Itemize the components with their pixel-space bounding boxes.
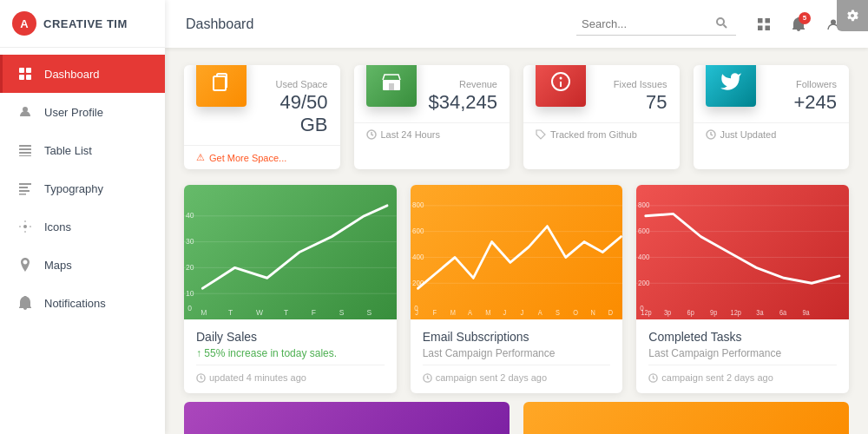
notifications-button[interactable]: 5	[785, 10, 812, 38]
svg-text:W: W	[256, 308, 263, 318]
svg-text:30: 30	[186, 237, 194, 247]
copy-icon	[209, 69, 233, 94]
sidebar-item-label: Notifications	[44, 297, 106, 310]
clock-icon-3	[196, 373, 206, 383]
info-icon	[549, 69, 573, 94]
svg-text:F: F	[312, 308, 317, 318]
bottom-card-orange	[523, 402, 849, 434]
svg-text:9a: 9a	[803, 309, 811, 317]
warn-icon: ⚠	[196, 152, 205, 163]
completed-tasks-meta: campaign sent 2 days ago	[648, 365, 837, 383]
page-title: Dashboard	[186, 16, 576, 32]
stat-card-followers: Followers +245 Just Updated	[694, 65, 850, 169]
sidebar-item-label: Icons	[44, 220, 71, 233]
bottom-cards	[184, 402, 849, 434]
svg-point-14	[717, 18, 724, 25]
used-space-info: Used Space 49/50 GB	[257, 79, 328, 136]
fixed-issues-value: 75	[596, 91, 667, 114]
sidebar-item-label: Table List	[44, 144, 92, 157]
svg-text:400: 400	[638, 252, 650, 261]
bottom-card-purple	[184, 402, 510, 434]
svg-text:12p: 12p	[641, 309, 653, 317]
twitter-icon	[720, 70, 742, 93]
sidebar-item-dashboard[interactable]: Dashboard	[0, 55, 165, 93]
email-subscriptions-chart: 800 600 400 200 0 J F M A M J J A S	[411, 185, 623, 319]
grid-button[interactable]	[750, 10, 778, 38]
completed-tasks-chart: 800 600 400 200 0 12p 3p 6p 9p 12p 3a 6a…	[636, 185, 849, 319]
followers-footer: Just Updated	[694, 122, 850, 146]
chart-card-completed-tasks: 800 600 400 200 0 12p 3p 6p 9p 12p 3a 6a…	[636, 185, 849, 393]
svg-text:M: M	[201, 308, 207, 318]
store-icon	[379, 69, 404, 94]
topbar: Dashboard 5	[165, 0, 868, 48]
sidebar-item-user-profile[interactable]: User Profile	[0, 93, 165, 131]
svg-rect-10	[19, 187, 28, 188]
sidebar-item-maps[interactable]: Maps	[0, 246, 165, 284]
svg-rect-19	[766, 25, 771, 30]
sidebar-item-typography[interactable]: Typography	[0, 169, 165, 207]
svg-text:J: J	[520, 309, 523, 317]
completed-tasks-title: Completed Tasks	[648, 330, 837, 344]
svg-rect-18	[758, 25, 763, 30]
clock-icon-5	[648, 373, 658, 383]
svg-rect-23	[389, 83, 394, 90]
svg-text:40: 40	[186, 211, 194, 220]
chart-card-email-subscriptions: 800 600 400 200 0 J F M A M J J A S	[411, 185, 623, 393]
daily-sales-info: Daily Sales ↑ 55% increase in today sale…	[184, 319, 397, 393]
topbar-icons: 5	[750, 10, 847, 38]
svg-text:600: 600	[412, 227, 424, 236]
svg-text:F: F	[432, 309, 437, 317]
svg-rect-16	[758, 18, 763, 23]
completed-tasks-subtitle: Last Campaign Performance	[648, 347, 837, 359]
sidebar: A CREATIVE TIM Dashboard User Profile Ta…	[0, 0, 165, 434]
sidebar-item-table-list[interactable]: Table List	[0, 131, 165, 169]
svg-text:S: S	[556, 309, 560, 317]
sidebar-item-icons[interactable]: Icons	[0, 207, 165, 246]
svg-text:6a: 6a	[779, 309, 787, 317]
daily-sales-subtitle-text: 55% increase in today sales.	[204, 347, 337, 359]
revenue-info: Revenue $34,245	[427, 79, 498, 114]
search-input[interactable]	[582, 17, 712, 30]
svg-text:A: A	[468, 309, 473, 317]
svg-rect-0	[19, 68, 24, 73]
clock-icon	[366, 129, 377, 140]
icons-icon	[16, 218, 34, 235]
clock-icon-4	[423, 373, 432, 383]
maps-icon	[16, 256, 34, 273]
svg-text:3a: 3a	[757, 309, 765, 317]
revenue-label: Revenue	[427, 79, 498, 89]
sidebar-item-label: Dashboard	[44, 68, 100, 81]
settings-overlay[interactable]	[837, 0, 868, 31]
daily-sales-meta: updated 4 minutes ago	[196, 365, 385, 383]
followers-value: +245	[766, 91, 838, 114]
fixed-issues-label: Fixed Issues	[596, 79, 667, 89]
search-wrapper	[576, 13, 736, 36]
revenue-icon-box	[366, 65, 417, 107]
used-space-footer: ⚠ Get More Space...	[184, 145, 340, 169]
svg-line-15	[724, 24, 727, 28]
svg-text:6p: 6p	[687, 309, 695, 317]
svg-text:10: 10	[186, 288, 194, 298]
svg-rect-6	[19, 148, 31, 150]
sidebar-item-notifications[interactable]: Notifications	[0, 284, 165, 322]
get-more-space-link[interactable]: Get More Space...	[209, 153, 286, 163]
notification-badge: 5	[799, 12, 811, 24]
sidebar-item-label: User Profile	[44, 106, 103, 119]
chart-card-daily-sales: 40 30 20 10 0 M T W T F S S	[184, 185, 397, 393]
svg-text:S: S	[367, 308, 372, 318]
followers-footer-text: Just Updated	[720, 129, 777, 140]
svg-text:T: T	[284, 308, 289, 318]
svg-rect-5	[19, 145, 31, 147]
svg-text:9p: 9p	[710, 309, 718, 317]
chart-cards: 40 30 20 10 0 M T W T F S S	[184, 185, 849, 393]
svg-rect-7	[19, 152, 31, 154]
search-button[interactable]	[712, 15, 731, 33]
fixed-issues-icon-box	[536, 65, 586, 107]
fixed-issues-footer: Tracked from Github	[523, 122, 680, 146]
svg-text:M: M	[450, 309, 455, 317]
email-subscriptions-meta: campaign sent 2 days ago	[423, 365, 611, 383]
fixed-issues-footer-text: Tracked from Github	[550, 129, 637, 140]
daily-sales-title: Daily Sales	[196, 330, 385, 344]
bell-icon	[16, 294, 34, 312]
content-area: Used Space 49/50 GB ⚠ Get More Space...	[165, 48, 868, 434]
